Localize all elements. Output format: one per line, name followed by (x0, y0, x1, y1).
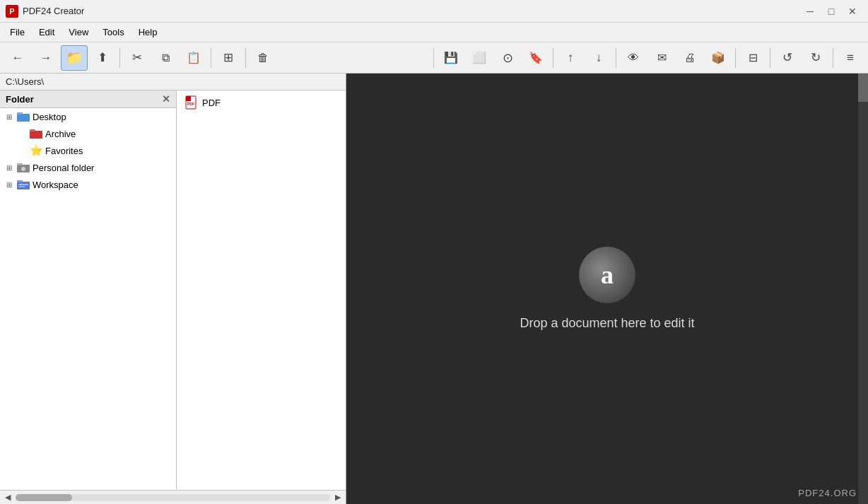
move-up-button[interactable]: ↑ (557, 45, 584, 71)
toolbar-separator-3 (245, 48, 246, 68)
open-folder-button[interactable]: 📁 (61, 45, 88, 71)
menu-file[interactable]: File (3, 25, 32, 40)
tree-item-favorites[interactable]: + ⭐ Favorites (0, 142, 176, 159)
tiles-button[interactable]: ⊟ (739, 45, 766, 71)
menu-tools[interactable]: Tools (95, 25, 131, 40)
scroll-left-button[interactable]: ◀ (3, 493, 13, 502)
stamp-button[interactable]: 🔖 (522, 45, 549, 71)
paste-button[interactable]: 📋 (180, 45, 207, 71)
svg-rect-9 (17, 182, 30, 189)
toolbar-separator-7 (735, 48, 736, 68)
save-button[interactable]: 💾 (438, 45, 464, 71)
title-bar-left: P PDF24 Creator (6, 5, 84, 18)
path-text: C:\Users\ (6, 76, 44, 87)
scroll-thumb[interactable] (16, 494, 72, 501)
expand-icon-desktop: ⊞ (4, 112, 14, 122)
menu-view[interactable]: View (61, 25, 95, 40)
editor-logo-text: a (601, 260, 614, 290)
maximize-button[interactable]: □ (821, 4, 841, 18)
settings-button[interactable]: ≡ (837, 45, 864, 71)
svg-rect-12 (18, 186, 25, 187)
files-panel: PDF PDF (177, 90, 346, 490)
toolbar-separator-9 (833, 48, 833, 68)
menu-edit[interactable]: Edit (32, 25, 61, 40)
up-button[interactable]: ⬆ (89, 45, 116, 71)
toolbar-separator-5 (553, 48, 553, 68)
watermark: PDF24.ORG (798, 488, 857, 498)
tree-item-workspace[interactable]: ⊞ Workspace (0, 176, 176, 193)
vscrollbar-thumb[interactable] (858, 74, 868, 102)
main-area: C:\Users\ Folder ✕ ⊞ Desktop (0, 74, 868, 504)
svg-rect-4 (30, 131, 42, 139)
tree-label-personal: Personal folder (33, 163, 94, 173)
print-button[interactable]: 🖨 (676, 45, 703, 71)
folder-panel: Folder ✕ ⊞ Desktop + Arc (0, 90, 346, 490)
tree-label-desktop: Desktop (33, 112, 66, 122)
merge-button[interactable]: ⊙ (494, 45, 521, 71)
compress-button[interactable]: 📦 (705, 45, 732, 71)
toolbar-separator-4 (433, 48, 434, 68)
toolbar: ← → 📁 ⬆ ✂ ⧉ 📋 ⊞ 🗑 💾 ⬜ ⊙ 🔖 ↑ ↓ 👁 ✉ 🖨 📦 ⊟ … (0, 42, 868, 74)
tree-item-personal-folder[interactable]: ⊞ Personal folder (0, 159, 176, 176)
copy-button[interactable]: ⧉ (152, 45, 179, 71)
menu-help[interactable]: Help (131, 25, 165, 40)
folder-icon-favorites: ⭐ (30, 144, 42, 157)
tree-item-archive[interactable]: + Archive (0, 125, 176, 142)
file-item-pdf[interactable]: PDF PDF (180, 93, 343, 112)
title-bar: P PDF24 Creator ─ □ ✕ (0, 0, 868, 23)
tree-panel: Folder ✕ ⊞ Desktop + Arc (0, 90, 177, 490)
minimize-button[interactable]: ─ (800, 4, 820, 18)
app-icon: P (6, 5, 18, 18)
svg-rect-7 (17, 163, 23, 165)
left-panel: C:\Users\ Folder ✕ ⊞ Desktop (0, 74, 346, 504)
svg-rect-5 (30, 129, 35, 131)
svg-text:P: P (9, 7, 14, 16)
pdf-file-icon: PDF (184, 95, 198, 110)
drop-text: Drop a document here to edit it (520, 316, 694, 331)
horizontal-scrollbar: ◀ ▶ (0, 490, 346, 504)
email-button[interactable]: ✉ (648, 45, 675, 71)
file-label-pdf: PDF (202, 98, 221, 108)
tree-label-archive: Archive (45, 129, 76, 139)
app-title: PDF24 Creator (23, 6, 84, 16)
rotate-left-button[interactable]: ↺ (774, 45, 801, 71)
folder-icon-archive (30, 127, 42, 140)
tree-item-desktop[interactable]: ⊞ Desktop (0, 108, 176, 125)
editor-panel[interactable]: a Drop a document here to edit it PDF24.… (346, 74, 868, 504)
move-down-button[interactable]: ↓ (585, 45, 612, 71)
menu-bar: File Edit View Tools Help (0, 23, 868, 42)
forward-button[interactable]: → (33, 45, 59, 71)
toolbar-separator-1 (119, 48, 120, 68)
expand-icon-workspace: ⊞ (4, 180, 14, 189)
svg-rect-2 (17, 114, 30, 122)
vertical-scrollbar[interactable] (858, 74, 868, 504)
tree-header: Folder ✕ (0, 90, 176, 108)
delete-button[interactable]: 🗑 (250, 45, 276, 71)
grid-button[interactable]: ⊞ (215, 45, 242, 71)
folder-icon-workspace (17, 178, 30, 191)
scroll-track[interactable] (16, 494, 330, 501)
close-button[interactable]: ✕ (843, 4, 862, 18)
title-bar-controls: ─ □ ✕ (800, 4, 862, 18)
svg-rect-3 (17, 112, 23, 115)
rotate-right-button[interactable]: ↻ (802, 45, 829, 71)
folder-icon-personal (17, 161, 30, 174)
svg-rect-14 (186, 96, 191, 101)
toolbar-separator-2 (211, 48, 211, 68)
path-bar: C:\Users\ (0, 74, 346, 90)
toolbar-right: 💾 ⬜ ⊙ 🔖 ↑ ↓ 👁 ✉ 🖨 📦 ⊟ ↺ ↻ ≡ (431, 45, 864, 71)
view-button[interactable]: 👁 (620, 45, 647, 71)
editor-logo: a (579, 247, 635, 303)
scroll-right-button[interactable]: ▶ (333, 493, 343, 502)
svg-point-8 (21, 167, 25, 171)
app-logo: P (6, 5, 18, 18)
page-button[interactable]: ⬜ (466, 45, 493, 71)
svg-rect-10 (17, 180, 23, 182)
folder-icon-desktop (17, 110, 30, 123)
tree-label-favorites: Favorites (45, 146, 83, 156)
back-button[interactable]: ← (4, 45, 31, 71)
tree-close-button[interactable]: ✕ (162, 93, 170, 105)
drop-area[interactable]: a Drop a document here to edit it (346, 74, 868, 504)
cut-button[interactable]: ✂ (124, 45, 151, 71)
toolbar-separator-8 (770, 48, 770, 68)
